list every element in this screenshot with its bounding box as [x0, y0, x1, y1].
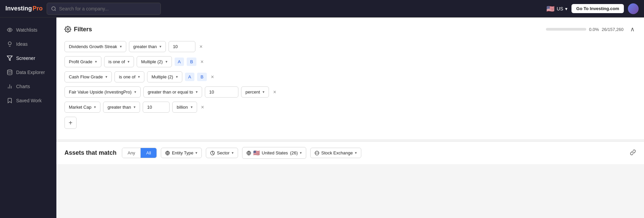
- unit-chevron-icon-4: ▾: [263, 90, 265, 94]
- match-type-group: Any All: [122, 148, 157, 158]
- lightbulb-icon: [7, 41, 13, 47]
- operator-label-1: greater than: [133, 44, 157, 49]
- collapse-button[interactable]: ∧: [629, 24, 636, 34]
- country-chevron-icon: ▾: [300, 151, 302, 155]
- value-select-2[interactable]: Multiple (2) ▾: [137, 56, 172, 67]
- value-label-2: Multiple (2): [141, 59, 163, 64]
- filters-title-text: Filters: [74, 26, 92, 33]
- add-filter-row: +: [64, 117, 636, 129]
- locale-button[interactable]: 🇺🇸 US ▾: [546, 5, 567, 13]
- sidebar-item-ideas[interactable]: Ideas: [0, 37, 56, 51]
- operator-select-4[interactable]: greater than or equal to ▾: [143, 86, 202, 98]
- tag-B-3: B: [197, 73, 207, 81]
- field-label-4: Fair Value Upside (InvestingPro): [69, 89, 132, 95]
- value-select-3[interactable]: Multiple (2) ▾: [147, 71, 182, 82]
- operator-select-3[interactable]: is one of ▾: [114, 71, 144, 82]
- goto-label: Go To: [576, 6, 589, 11]
- operator-label-5: greater than: [107, 105, 131, 110]
- sidebar-item-charts[interactable]: Charts: [0, 79, 56, 94]
- unit-label-4: percent: [245, 89, 260, 95]
- us-flag-icon: 🇺🇸: [253, 150, 260, 156]
- search-icon: [51, 6, 56, 11]
- field-chevron-icon-4: ▾: [134, 90, 136, 94]
- search-bar[interactable]: [47, 3, 161, 15]
- bookmark-icon: [7, 98, 13, 104]
- svg-point-4: [7, 70, 12, 72]
- match-all-button[interactable]: All: [140, 148, 156, 158]
- gear-icon: [64, 26, 71, 33]
- search-input[interactable]: [59, 6, 156, 11]
- tag-A-2: A: [175, 58, 184, 66]
- remove-button-1[interactable]: ×: [198, 43, 204, 50]
- link-icon: [630, 149, 636, 155]
- sector-chip[interactable]: Sector ▾: [206, 148, 238, 158]
- stock-exchange-icon: [315, 151, 319, 155]
- value-chevron-icon-3: ▾: [176, 75, 178, 79]
- progress-percent: 0.0%: [589, 27, 599, 32]
- entity-type-icon: [165, 151, 170, 155]
- operator-select-1[interactable]: greater than ▾: [129, 41, 166, 52]
- share-link-button[interactable]: [630, 149, 636, 157]
- field-select-2[interactable]: Profit Grade ▾: [64, 56, 101, 67]
- sidebar-item-screener[interactable]: Screener: [0, 51, 56, 65]
- remove-button-2[interactable]: ×: [199, 59, 205, 65]
- add-filter-button[interactable]: +: [64, 117, 77, 129]
- operator-select-2[interactable]: is one of ▾: [104, 56, 134, 67]
- topnav: InvestingPro 🇺🇸 US ▾ Go To Investing.com: [0, 0, 644, 17]
- operator-chevron-icon-3: ▾: [138, 75, 140, 79]
- filter-row-2: Profit Grade ▾ is one of ▾ Multiple (2) …: [64, 56, 636, 67]
- eye-icon: [7, 27, 13, 33]
- field-label-2: Profit Grade: [69, 59, 92, 64]
- field-select-1[interactable]: Dividends Growth Streak ▾: [64, 41, 126, 52]
- sidebar-item-saved-work[interactable]: Saved Work: [0, 94, 56, 108]
- operator-chevron-icon-2: ▾: [128, 60, 130, 64]
- unit-select-4[interactable]: percent ▾: [241, 86, 269, 98]
- svg-point-0: [52, 7, 55, 10]
- svg-point-8: [67, 29, 69, 30]
- remove-button-5[interactable]: ×: [200, 104, 205, 111]
- operator-label-4: greater than or equal to: [148, 89, 193, 95]
- remove-button-3[interactable]: ×: [210, 74, 215, 80]
- sidebar-item-watchlists[interactable]: Watchlists: [0, 23, 56, 37]
- locale-chevron-icon: ▾: [565, 6, 567, 11]
- match-any-button[interactable]: Any: [122, 148, 140, 158]
- entity-type-label: Entity Type: [172, 150, 193, 155]
- operator-chevron-icon-5: ▾: [134, 105, 136, 109]
- operator-chevron-icon-1: ▾: [159, 44, 162, 49]
- filters-header: Filters 0.0% 26/157,260 ∧: [64, 24, 636, 34]
- sector-label: Sector: [217, 150, 230, 155]
- field-select-4[interactable]: Fair Value Upside (InvestingPro) ▾: [64, 86, 141, 98]
- value-input-5[interactable]: [143, 102, 170, 113]
- sidebar-label-charts: Charts: [16, 84, 30, 89]
- field-select-3[interactable]: Cash Flow Grade ▾: [64, 71, 112, 82]
- unit-chevron-icon-5: ▾: [191, 105, 193, 109]
- filter-row-4: Fair Value Upside (InvestingPro) ▾ great…: [64, 86, 636, 98]
- remove-button-4[interactable]: ×: [272, 89, 277, 96]
- stock-exchange-chip[interactable]: Stock Exchange ▾: [310, 148, 361, 158]
- unit-select-5[interactable]: billion ▾: [172, 102, 197, 113]
- avatar[interactable]: [628, 3, 639, 14]
- tag-B-2: B: [187, 58, 196, 66]
- field-select-5[interactable]: Market Cap ▾: [64, 102, 100, 113]
- locale-text: US: [557, 6, 563, 11]
- field-label-3: Cash Flow Grade: [69, 74, 103, 79]
- operator-select-5[interactable]: greater than ▾: [103, 102, 140, 113]
- main-content: Filters 0.0% 26/157,260 ∧ Dividends: [56, 17, 644, 218]
- filter-row-1: Dividends Growth Streak ▾ greater than ▾…: [64, 41, 636, 52]
- logo: InvestingPro: [5, 5, 43, 12]
- logo-investing-text: Investing: [5, 5, 32, 12]
- entity-type-chip[interactable]: Entity Type ▾: [161, 148, 202, 158]
- value-input-4[interactable]: [205, 86, 238, 98]
- sidebar-label-ideas: Ideas: [16, 41, 28, 47]
- operator-chevron-icon-4: ▾: [196, 90, 198, 94]
- operator-label-2: is one of: [108, 59, 125, 64]
- sector-icon: [210, 151, 215, 155]
- goto-button[interactable]: Go To Investing.com: [571, 4, 624, 13]
- value-input-1[interactable]: [169, 41, 195, 52]
- sidebar-item-data-explorer[interactable]: Data Explorer: [0, 65, 56, 79]
- layout: Watchlists Ideas Screener Data Explorer …: [0, 0, 644, 218]
- country-label: United States: [262, 150, 288, 155]
- filter-row-3: Cash Flow Grade ▾ is one of ▾ Multiple (…: [64, 71, 636, 82]
- country-chip[interactable]: 🇺🇸 United States (26) ▾: [242, 147, 306, 159]
- sector-chevron-icon: ▾: [232, 151, 234, 155]
